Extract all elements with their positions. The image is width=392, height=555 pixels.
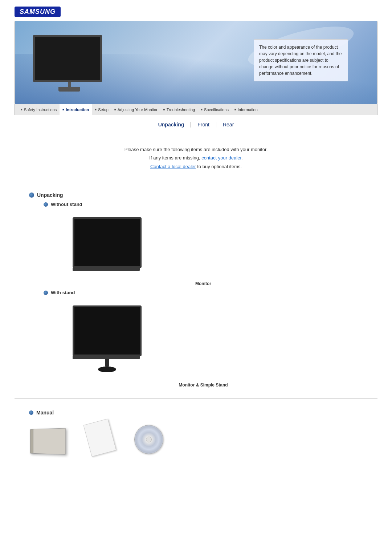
- samsung-logo: SAMSUNG: [15, 7, 61, 17]
- tab-rear[interactable]: Rear: [216, 122, 240, 127]
- unpacking-section-title: Unpacking: [29, 192, 363, 198]
- stand-base: [98, 366, 116, 372]
- nav-item-information[interactable]: Information: [232, 104, 261, 115]
- manual-cd-item: [134, 425, 163, 454]
- monitor-stand-screen: [73, 305, 142, 356]
- monitor-stand-assembly: [73, 305, 142, 372]
- monitor-flat-base: [73, 268, 140, 271]
- divider-top: [15, 135, 377, 135]
- sub-tabs: Unpacking Front Rear: [0, 115, 392, 131]
- hero-monitor-base: [58, 87, 80, 92]
- monitor-no-stand-image: [73, 217, 142, 271]
- info-line3: Contact a local dealer to buy optional i…: [15, 162, 377, 171]
- bullet-with-stand: [44, 291, 48, 295]
- manual-section-title: Manual: [29, 410, 363, 416]
- monitor-with-stand-image: [73, 305, 142, 374]
- manual-cd-image: [134, 425, 163, 454]
- without-stand-subsection: Without stand Monitor: [44, 202, 363, 286]
- info-line1: Please make sure the following items are…: [15, 145, 377, 154]
- nav-item-specifications[interactable]: Specifications: [198, 104, 232, 115]
- local-dealer-link[interactable]: Contact a local dealer: [150, 164, 196, 169]
- monitor-with-stand-label: Monitor & Simple Stand: [44, 382, 363, 388]
- nav-item-introduction[interactable]: Introduction: [60, 104, 92, 115]
- info-line2: If any items are missing, contact your d…: [15, 154, 377, 162]
- manual-book-image: [30, 428, 66, 455]
- stand-neck: [105, 359, 109, 366]
- tab-unpacking[interactable]: Unpacking: [152, 122, 191, 127]
- without-stand-title: Without stand: [44, 202, 363, 207]
- hero-monitor-image: [33, 35, 106, 89]
- manual-items-row: [29, 421, 363, 454]
- nav-item-adjusting[interactable]: Adjusting Your Monitor: [111, 104, 160, 115]
- with-stand-subsection: With stand Monitor & Simple Stand: [44, 290, 363, 388]
- nav-item-safety[interactable]: Safety Instructions: [18, 104, 60, 115]
- monitor-stand-neck-bar: [73, 356, 140, 359]
- hero-monitor-stand-neck: [68, 82, 71, 87]
- contact-dealer-link[interactable]: contact your dealer: [201, 155, 241, 161]
- manual-book-item: [29, 429, 65, 454]
- page-header: SAMSUNG: [0, 0, 392, 17]
- bullet-without-stand: [44, 202, 48, 207]
- with-stand-title: With stand: [44, 290, 363, 295]
- hero-tooltip: The color and appearance of the product …: [254, 39, 348, 81]
- content-area: Unpacking Without stand Monitor With sta…: [0, 185, 392, 395]
- nav-item-troubleshooting[interactable]: Troubleshooting: [160, 104, 198, 115]
- navigation-bar: Safety Instructions Introduction Setup A…: [15, 104, 377, 115]
- hero-banner: The color and appearance of the product …: [15, 21, 377, 104]
- manual-card-item: [87, 421, 113, 454]
- monitor-flat-screen: [73, 217, 142, 268]
- hero-monitor-screen: [33, 35, 102, 82]
- manual-section: Manual: [0, 402, 392, 463]
- divider-mid: [15, 181, 377, 181]
- nav-item-setup[interactable]: Setup: [92, 104, 111, 115]
- monitor-no-stand-label: Monitor: [44, 281, 363, 286]
- info-text: Please make sure the following items are…: [0, 139, 392, 177]
- tab-front[interactable]: Front: [191, 122, 216, 127]
- bullet-manual: [29, 410, 33, 415]
- bullet-unpacking: [29, 193, 34, 198]
- manual-card-image: [83, 419, 117, 457]
- divider-manual: [15, 398, 377, 399]
